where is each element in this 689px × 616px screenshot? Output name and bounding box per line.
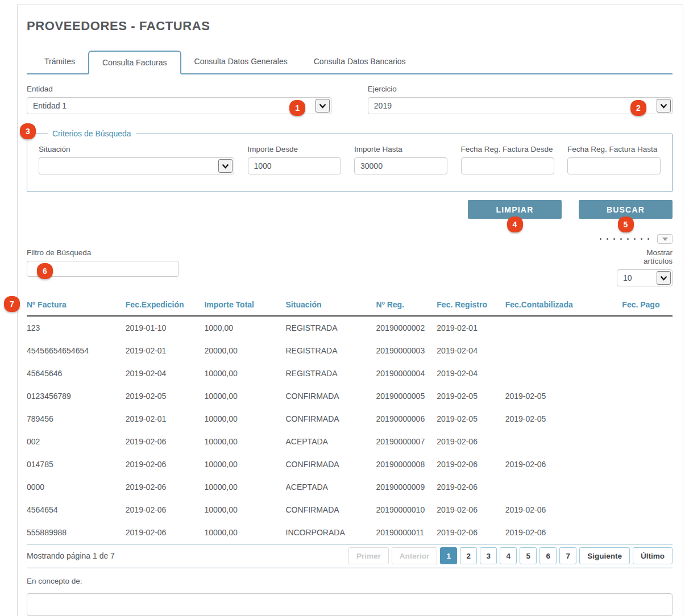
table-cell: 2019-02-06 bbox=[505, 528, 622, 537]
ejercicio-label: Ejercicio bbox=[368, 85, 673, 93]
table-row[interactable]: 0147852019-02-0610000,00CONFIRMADA201900… bbox=[27, 453, 673, 476]
chevron-down-icon bbox=[657, 271, 671, 285]
table-cell: 0123456789 bbox=[27, 392, 126, 401]
fecha-reg-hasta-field: Fecha Reg. Factura Hasta bbox=[567, 145, 661, 174]
pagination-bar: Mostrando página 1 de 7 Primer Anterior … bbox=[27, 544, 673, 568]
filtro-busqueda-label: Filtro de Búsqueda bbox=[27, 248, 179, 257]
situacion-select[interactable] bbox=[39, 157, 234, 174]
page-button-1[interactable]: 1 bbox=[440, 547, 457, 564]
table-cell: 45456654654654 bbox=[27, 346, 126, 355]
ejercicio-field: Ejercicio 2019 2 bbox=[368, 85, 673, 114]
table-header-row: Nº FacturaFec.ExpediciónImporte TotalSit… bbox=[27, 300, 673, 317]
table-row[interactable]: 0022019-02-0610000,00ACEPTADA20190000007… bbox=[27, 430, 673, 453]
table-cell: 20190000007 bbox=[376, 437, 437, 446]
prev-page-button[interactable]: Anterior bbox=[392, 547, 438, 564]
importe-desde-field: Importe Desde bbox=[248, 145, 341, 174]
facturas-table: 7 Nº FacturaFec.ExpediciónImporte TotalS… bbox=[27, 300, 673, 544]
concepto-input[interactable] bbox=[27, 593, 673, 616]
table-cell: ACEPTADA bbox=[286, 482, 376, 492]
drag-dots-icon bbox=[600, 238, 649, 240]
table-cell: 2019-02-06 bbox=[437, 505, 505, 514]
table-row[interactable]: 1232019-01-101000,00REGISTRADA2019000000… bbox=[27, 317, 673, 339]
criterios-busqueda-legend: Criterios de Búsqueda bbox=[48, 129, 136, 138]
page-button-2[interactable]: 2 bbox=[460, 547, 477, 564]
table-cell: CONFIRMADA bbox=[286, 392, 376, 401]
fecha-reg-desde-label: Fecha Reg. Factura Desde bbox=[461, 145, 554, 153]
table-cell: 2019-01-10 bbox=[126, 323, 205, 332]
table-cell: 2019-02-06 bbox=[437, 437, 505, 446]
first-page-button[interactable]: Primer bbox=[348, 547, 389, 564]
table-cell: 789456 bbox=[27, 414, 126, 423]
column-header-situacion: Situación bbox=[286, 300, 376, 309]
page-button-7[interactable]: 7 bbox=[559, 547, 576, 564]
table-row[interactable]: 7894562019-02-0110000,00CONFIRMADA201900… bbox=[27, 407, 673, 430]
table-cell: 2019-02-06 bbox=[437, 460, 505, 469]
tab-consulta-facturas[interactable]: Consulta Facturas bbox=[88, 51, 181, 74]
table-cell: 2019-02-04 bbox=[437, 346, 505, 355]
importe-hasta-input[interactable] bbox=[354, 157, 447, 174]
table-cell: 10000,00 bbox=[204, 505, 285, 514]
table-cell: REGISTRADA bbox=[286, 369, 376, 378]
fecha-reg-desde-input[interactable] bbox=[461, 157, 554, 174]
table-row[interactable]: 454566546546542019-02-0120000,00REGISTRA… bbox=[27, 339, 673, 362]
table-row[interactable]: 456456462019-02-0410000,00REGISTRADA2019… bbox=[27, 362, 673, 385]
annotation-badge-6: 6 bbox=[37, 263, 53, 279]
annotation-badge-1: 1 bbox=[289, 100, 305, 116]
column-header-importe-total: Importe Total bbox=[204, 300, 285, 309]
annotation-badge-4: 4 bbox=[507, 217, 523, 232]
mostrar-articulos-select[interactable]: 10 bbox=[617, 269, 673, 286]
column-header-fec-contabilizada: Fec.Contabilizada bbox=[505, 300, 622, 309]
table-cell: 20190000008 bbox=[376, 460, 437, 469]
table-cell: REGISTRADA bbox=[286, 346, 376, 355]
mostrar-articulos-label: Mostrar artículos bbox=[617, 248, 673, 265]
table-row[interactable]: 01234567892019-02-0510000,00CONFIRMADA20… bbox=[27, 385, 673, 407]
mostrar-articulos-field: Mostrar artículos 10 bbox=[617, 248, 673, 286]
table-row[interactable]: 5558899882019-02-0610000,00INCORPORADA20… bbox=[27, 521, 673, 544]
ejercicio-value: 2019 bbox=[368, 98, 672, 114]
column-header-n-reg: Nº Reg. bbox=[376, 300, 437, 309]
annotation-badge-3: 3 bbox=[20, 123, 36, 139]
situacion-label: Situación bbox=[39, 145, 234, 153]
table-row[interactable]: 00002019-02-0610000,00ACEPTADA2019000000… bbox=[27, 476, 673, 498]
ejercicio-select[interactable]: 2019 bbox=[368, 97, 673, 114]
importe-desde-label: Importe Desde bbox=[248, 145, 341, 153]
table-cell: 2019-02-06 bbox=[126, 505, 205, 514]
table-cell: INCORPORADA bbox=[286, 528, 376, 537]
table-cell: 20190000003 bbox=[376, 346, 437, 355]
page-button-6[interactable]: 6 bbox=[539, 547, 557, 564]
column-header-fec-registro: Fec. Registro bbox=[437, 300, 505, 309]
entidad-select[interactable]: Entidad 1 bbox=[27, 97, 331, 114]
last-page-button[interactable]: Último bbox=[633, 547, 673, 564]
page-button-4[interactable]: 4 bbox=[500, 547, 517, 564]
annotation-badge-7: 7 bbox=[4, 296, 20, 312]
table-cell: 10000,00 bbox=[204, 528, 285, 537]
pagination-status: Mostrando página 1 de 7 bbox=[27, 551, 115, 560]
next-page-button[interactable]: Siguiente bbox=[579, 547, 630, 564]
tab-consulta-datos-bancarios[interactable]: Consulta Datos Bancarios bbox=[301, 51, 419, 73]
table-cell: 2019-02-05 bbox=[126, 392, 205, 401]
page-button-5[interactable]: 5 bbox=[520, 547, 537, 564]
importe-desde-input[interactable] bbox=[248, 157, 341, 174]
table-cell: 20190000009 bbox=[376, 482, 437, 492]
entidad-label: Entidad bbox=[27, 85, 331, 93]
tab-tramites[interactable]: Trámites bbox=[31, 51, 88, 73]
table-row[interactable]: 45646542019-02-0610000,00CONFIRMADA20190… bbox=[27, 498, 673, 521]
table-cell: 20190000002 bbox=[376, 323, 437, 332]
page-button-3[interactable]: 3 bbox=[480, 547, 497, 564]
table-cell: 10000,00 bbox=[204, 482, 285, 492]
tab-consulta-datos-generales[interactable]: Consulta Datos Generales bbox=[181, 51, 301, 73]
table-cell: 20190000005 bbox=[376, 392, 437, 401]
table-cell: 2019-02-01 bbox=[126, 346, 205, 355]
column-header-fec-expedicion: Fec.Expedición bbox=[126, 300, 205, 309]
column-header-n-factura: Nº Factura bbox=[27, 300, 126, 309]
fecha-reg-hasta-input[interactable] bbox=[567, 157, 661, 174]
table-cell: 2019-02-06 bbox=[126, 460, 205, 469]
collapse-toggle-button[interactable] bbox=[657, 234, 673, 244]
entidad-field: Entidad Entidad 1 1 bbox=[27, 85, 331, 114]
fecha-reg-desde-field: Fecha Reg. Factura Desde bbox=[461, 145, 554, 174]
table-cell: 10000,00 bbox=[204, 437, 285, 446]
table-cell: 2019-02-05 bbox=[505, 414, 622, 423]
importe-hasta-field: Importe Hasta bbox=[354, 145, 447, 174]
chevron-down-icon bbox=[316, 99, 330, 113]
table-cell: 2019-02-06 bbox=[505, 460, 622, 469]
